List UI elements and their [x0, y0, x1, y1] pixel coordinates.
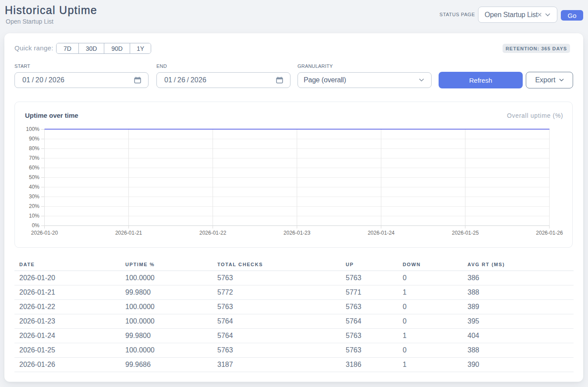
- svg-text:90%: 90%: [29, 136, 39, 142]
- svg-text:2026-01-23: 2026-01-23: [283, 230, 311, 236]
- svg-text:2026-01-26: 2026-01-26: [536, 230, 563, 236]
- svg-text:80%: 80%: [29, 145, 39, 151]
- svg-text:0%: 0%: [32, 222, 40, 229]
- svg-text:2026-01-22: 2026-01-22: [199, 230, 227, 236]
- svg-text:40%: 40%: [29, 184, 39, 190]
- svg-text:60%: 60%: [29, 165, 39, 171]
- svg-text:2026-01-24: 2026-01-24: [368, 230, 395, 236]
- svg-text:30%: 30%: [29, 194, 39, 200]
- svg-text:50%: 50%: [29, 174, 39, 180]
- svg-text:2026-01-25: 2026-01-25: [452, 230, 479, 236]
- svg-text:2026-01-20: 2026-01-20: [31, 230, 58, 236]
- svg-text:20%: 20%: [29, 203, 39, 209]
- svg-text:2026-01-21: 2026-01-21: [115, 230, 142, 236]
- svg-text:10%: 10%: [29, 213, 39, 219]
- svg-text:100%: 100%: [26, 126, 39, 132]
- svg-text:70%: 70%: [29, 155, 39, 161]
